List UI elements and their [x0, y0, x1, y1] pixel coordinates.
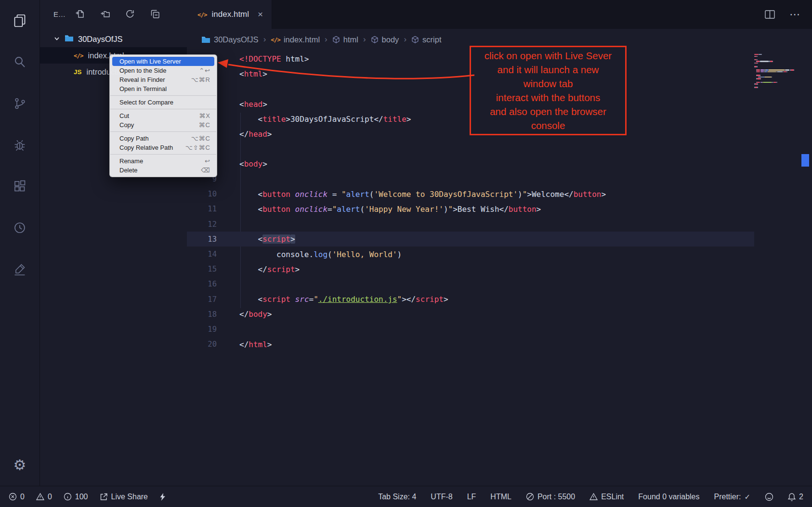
code-line-12[interactable]: 12 — [187, 217, 754, 232]
code-line-14[interactable]: 14 console.log('Hello, World') — [187, 247, 754, 261]
status-lightning[interactable] — [159, 493, 166, 501]
menu-item-delete[interactable]: Delete⌫ — [110, 166, 217, 175]
status-left-group: 00100Live Share — [9, 493, 166, 501]
code-text: <script> — [217, 234, 295, 244]
explorer-title: E… — [53, 10, 65, 18]
collapse-all-icon[interactable] — [150, 9, 160, 19]
context-menu: Open with Live ServerOpen to the Side⌃↩R… — [109, 54, 217, 177]
annotation-line: click on open with Live Sever — [471, 49, 625, 63]
status-100[interactable]: 100 — [64, 493, 88, 501]
code-line-13[interactable]: 13 <script> — [187, 232, 754, 247]
menu-item-open-in-terminal[interactable]: Open in Terminal — [110, 84, 217, 93]
menu-item-cut[interactable]: Cut⌘X — [110, 111, 217, 120]
activity-extensions-button[interactable] — [0, 166, 39, 207]
menu-item-copy-path[interactable]: Copy Path⌥⌘C — [110, 134, 217, 143]
status-bar: 00100Live Share Tab Size: 4UTF-8LFHTMLPo… — [0, 486, 812, 507]
status-label: Found 0 variables — [638, 493, 699, 501]
activity-source-control-button[interactable] — [0, 83, 39, 124]
more-actions-icon[interactable]: ⋯ — [789, 9, 800, 20]
breadcrumb-index-html[interactable]: </>index.html — [271, 35, 320, 44]
breadcrumb-30daysofjs[interactable]: 30DaysOfJS — [201, 35, 259, 44]
tab-index-html[interactable]: </> index.html × — [187, 0, 272, 29]
menu-item-reveal-in-finder[interactable]: Reveal in Finder⌥⌘R — [110, 75, 217, 84]
bell-icon — [788, 493, 796, 501]
status-port-5500[interactable]: Port : 5500 — [526, 493, 575, 501]
lightning-icon — [159, 493, 166, 501]
code-line-19[interactable]: 19 — [187, 322, 754, 337]
status-prettier[interactable]: Prettier:✓ — [714, 493, 751, 501]
menu-item-shortcut: ⌥⌘R — [191, 76, 210, 83]
status-live-share[interactable]: Live Share — [100, 493, 148, 501]
code-line-17[interactable]: 17 <script src="./introduction.js"></scr… — [187, 292, 754, 307]
menu-item-open-to-the-side[interactable]: Open to the Side⌃↩ — [110, 66, 217, 75]
activity-search-button[interactable] — [0, 41, 39, 83]
split-editor-icon[interactable] — [765, 10, 775, 19]
menu-item-rename[interactable]: Rename↩ — [110, 156, 217, 166]
activity-run-debug-button[interactable] — [0, 124, 39, 166]
status-lf[interactable]: LF — [467, 493, 476, 501]
live-share-icon — [100, 493, 108, 501]
status-eslint[interactable]: ESLint — [589, 493, 624, 501]
activity-bar-top — [0, 0, 39, 290]
status-label: Prettier: — [714, 493, 741, 501]
activity-editor-pen-button[interactable] — [0, 248, 39, 290]
code-line-11[interactable]: 11 <button onclick="alert('Happy New Yea… — [187, 202, 754, 217]
breadcrumb-body[interactable]: body — [371, 35, 399, 44]
explorer-actions — [75, 9, 160, 19]
minimap[interactable] — [754, 54, 804, 98]
menu-item-shortcut: ↩ — [205, 157, 210, 165]
refresh-icon[interactable] — [125, 9, 135, 19]
code-text: <button onclick = "alert('Welcome to 30D… — [217, 190, 606, 199]
new-folder-icon[interactable] — [100, 9, 110, 19]
code-line-18[interactable]: 18</body> — [187, 307, 754, 322]
status-0[interactable]: 0 — [9, 493, 25, 501]
status-label: UTF-8 — [431, 493, 452, 501]
status-utf-8[interactable]: UTF-8 — [431, 493, 452, 501]
menu-item-copy-relative-path[interactable]: Copy Relative Path⌥⇧⌘C — [110, 143, 217, 152]
folder-row-30DaysOfJS[interactable]: 30DaysOfJS — [40, 31, 187, 47]
warning-triangle-icon — [589, 493, 598, 501]
code-text: </body> — [217, 310, 272, 319]
code-line-15[interactable]: 15 </script> — [187, 262, 754, 277]
warning-triangle-icon — [36, 493, 44, 501]
new-file-icon[interactable] — [75, 9, 85, 19]
menu-item-label: Copy Relative Path — [119, 144, 173, 151]
status-2[interactable]: 2 — [788, 493, 803, 501]
vscode-window: { "window": { "tab": { "icon": "html-fil… — [0, 0, 812, 507]
close-tab-icon[interactable]: × — [258, 9, 263, 20]
breadcrumb-html[interactable]: html — [332, 35, 358, 44]
menu-item-open-with-live-server[interactable]: Open with Live Server — [112, 57, 214, 66]
code-line-16[interactable]: 16 — [187, 277, 754, 292]
activity-settings-button[interactable]: ⚙ — [0, 444, 39, 486]
breadcrumb-separator: › — [363, 35, 366, 44]
folder-icon — [201, 36, 210, 43]
menu-item-shortcut: ⌥⇧⌘C — [185, 144, 210, 151]
status-html[interactable]: HTML — [490, 493, 511, 501]
status-0[interactable]: 0 — [36, 493, 52, 501]
code-line-8[interactable]: 8<body> — [187, 156, 754, 171]
menu-item-select-for-compare[interactable]: Select for Compare — [110, 98, 217, 107]
menu-item-label: Select for Compare — [119, 99, 173, 106]
code-text: console.log('Hello, World') — [217, 250, 402, 259]
menu-item-label: Reveal in Finder — [119, 76, 165, 83]
code-line-10[interactable]: 10 <button onclick = "alert('Welcome to … — [187, 187, 754, 202]
code-text: <title>30DaysOfJavaScript</title> — [217, 115, 411, 124]
activity-explorer-button[interactable] — [0, 0, 39, 41]
explorer-icon — [13, 13, 27, 28]
code-line-7[interactable]: 7 — [187, 142, 754, 156]
chevron-down-icon — [53, 35, 60, 42]
menu-item-copy[interactable]: Copy⌘C — [110, 120, 217, 130]
status-smiley[interactable] — [765, 493, 773, 501]
extensions-icon — [13, 180, 26, 193]
breadcrumb-script[interactable]: script — [411, 35, 441, 44]
code-line-20[interactable]: 20</html> — [187, 337, 754, 352]
activity-history-button[interactable] — [0, 207, 39, 248]
code-text: <!DOCTYPE html> — [217, 54, 309, 64]
line-number: 16 — [187, 280, 217, 288]
code-line-9[interactable]: 9 — [187, 172, 754, 187]
code-text: <button onclick="alert('Happy New Year!'… — [217, 205, 541, 214]
status-found-0-variables[interactable]: Found 0 variables — [638, 493, 699, 501]
line-number: 17 — [187, 295, 217, 304]
status-tab-size-4[interactable]: Tab Size: 4 — [378, 493, 416, 501]
menu-item-shortcut: ⌃↩ — [199, 67, 210, 74]
